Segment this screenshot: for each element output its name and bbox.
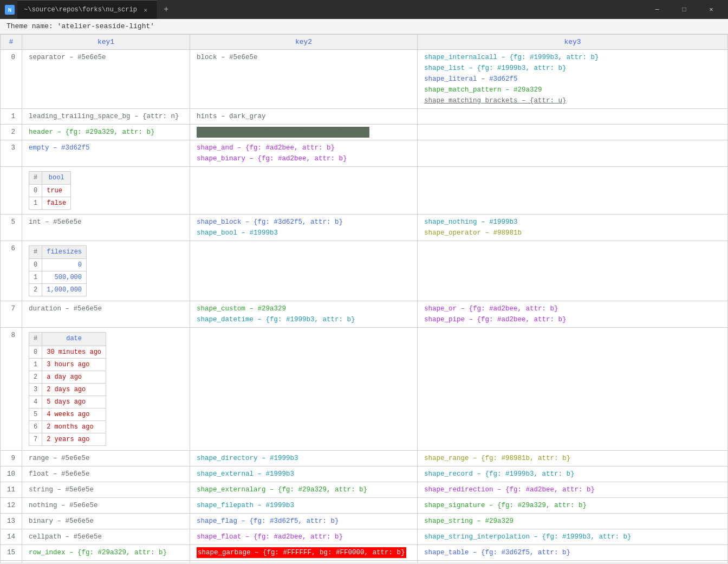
table-row: 3 empty – #3d62f5 shape_and – {fg: #ad2b… — [1, 140, 728, 167]
row-num: 3 — [1, 140, 22, 167]
row-15-col2: shape_garbage – {fg: #FFFFFF, bg: #FF000… — [190, 544, 418, 560]
row-11-col3: shape_redirection – {fg: #ad2bee, attr: … — [418, 482, 728, 497]
row-3-col1: empty – #3d62f5 — [22, 140, 190, 167]
svg-text:N: N — [8, 7, 12, 14]
row-0-col1: separator – #5e6e5e — [22, 50, 190, 109]
data-table: # key1 key2 key3 0 separator – #5e6e5e b… — [0, 34, 728, 563]
row-num: 7 — [1, 301, 22, 328]
row-13-col3: shape_string – #29a329 — [418, 513, 728, 529]
row-num: 11 — [1, 482, 22, 497]
new-tab-button[interactable]: + — [159, 2, 174, 17]
row-8-col2 — [190, 328, 418, 450]
row-12-col1: nothing – #5e6e5e — [22, 497, 190, 513]
row-num: 12 — [1, 497, 22, 513]
title-bar: N ~\source\repos\forks\nu_scrip ✕ + ─ □ … — [0, 0, 728, 19]
table-row: 14 cellpath – #5e6e5e shape_float – {fg:… — [1, 529, 728, 544]
inner-row: 1 false — [29, 197, 71, 210]
close-button[interactable]: ✕ — [699, 0, 724, 19]
inner-row: 6 2 months ago — [29, 420, 106, 433]
inner-row: 0 30 minutes ago — [29, 346, 106, 358]
row-7-col2: shape_custom – #29a329 shape_datetime – … — [190, 301, 418, 328]
col-header-key1: key1 — [22, 35, 190, 50]
row-num: 15 — [1, 544, 22, 560]
table-row: 7 duration – #5e6e5e shape_custom – #29a… — [1, 301, 728, 328]
tab-close-button[interactable]: ✕ — [141, 5, 150, 14]
row-1-col1: leading_trailing_space_bg – {attr: n} — [22, 109, 190, 125]
row-num: 8 — [1, 328, 22, 450]
row-7-col1: duration – #5e6e5e — [22, 301, 190, 328]
inner-row: 0 0 — [29, 259, 87, 271]
row-11-col2: shape_externalarg – {fg: #29a329, attr: … — [190, 482, 418, 497]
maximize-button[interactable]: □ — [672, 0, 697, 19]
row-2-col3 — [418, 125, 728, 140]
col-header-key2: key2 — [190, 35, 418, 50]
inner-row: 0 true — [29, 185, 71, 197]
bool-table: # bool 0 true 1 false — [29, 171, 71, 210]
row-num: 1 — [1, 109, 22, 125]
row-num: 2 — [1, 125, 22, 140]
row-11-col1: string – #5e6e5e — [22, 482, 190, 497]
row-3-inner-col2 — [190, 167, 418, 215]
row-12-col3: shape_signature – {fg: #29a329, attr: b} — [418, 497, 728, 513]
row-3-inner: # bool 0 true 1 false — [22, 167, 190, 215]
row-num: 9 — [1, 450, 22, 466]
row-10-col3: shape_record – {fg: #1999b3, attr: b} — [418, 466, 728, 482]
row-8-col3 — [418, 328, 728, 450]
inner-row: 1 3 hours ago — [29, 358, 106, 371]
inner-col-date: date — [42, 333, 106, 346]
row-14-col1: cellpath – #5e6e5e — [22, 529, 190, 544]
theme-name-line: Theme name: 'atelier-seaside-light' — [0, 19, 728, 34]
table-row: 13 binary – #5e6e5e shape_flag – {fg: #3… — [1, 513, 728, 529]
row-10-col2: shape_external – #1999b3 — [190, 466, 418, 482]
main-content: # key1 key2 key3 0 separator – #5e6e5e b… — [0, 34, 728, 563]
row-num: 0 — [1, 50, 22, 109]
row-1-col3 — [418, 109, 728, 125]
inner-row: 5 4 weeks ago — [29, 408, 106, 420]
table-row: 2 header – {fg: #29a329, attr: b} search… — [1, 125, 728, 140]
row-num — [1, 167, 22, 215]
inner-col-num: # — [29, 333, 42, 346]
table-row: 6 # filesizes 0 0 — [1, 241, 728, 301]
row-9-col3: shape_range – {fg: #98981b, attr: b} — [418, 450, 728, 466]
row-13-col1: binary – #5e6e5e — [22, 513, 190, 529]
table-row: 1 leading_trailing_space_bg – {attr: n} … — [1, 109, 728, 125]
app-icon: N — [4, 4, 15, 15]
table-row: 10 float – #5e6e5e shape_external – #199… — [1, 466, 728, 482]
table-row: 12 nothing – #5e6e5e shape_filepath – #1… — [1, 497, 728, 513]
inner-col-bool: bool — [42, 172, 71, 185]
inner-row: 2 a day ago — [29, 371, 106, 383]
row-7-col3: shape_or – {fg: #ad2bee, attr: b} shape_… — [418, 301, 728, 328]
row-14-col3: shape_string_interpolation – {fg: #1999b… — [418, 529, 728, 544]
row-6-col3 — [418, 241, 728, 301]
inner-row: 4 5 days ago — [29, 396, 106, 408]
table-row: 0 separator – #5e6e5e block – #5e6e5e sh… — [1, 50, 728, 109]
row-5-col2: shape_block – {fg: #3d62f5, attr: b} sha… — [190, 215, 418, 241]
row-12-col2: shape_filepath – #1999b3 — [190, 497, 418, 513]
row-3-col3 — [418, 140, 728, 167]
row-14-col2: shape_float – {fg: #ad2bee, attr: b} — [190, 529, 418, 544]
date-table: # date 0 30 minutes ago 1 3 hours — [29, 332, 106, 445]
row-13-col2: shape_flag – {fg: #3d62f5, attr: b} — [190, 513, 418, 529]
row-num: 14 — [1, 529, 22, 544]
row-num: 6 — [1, 241, 22, 301]
row-8-inner: # date 0 30 minutes ago 1 3 hours — [22, 328, 190, 450]
row-9-col2: shape_directory – #1999b3 — [190, 450, 418, 466]
row-2-col1: header – {fg: #29a329, attr: b} — [22, 125, 190, 140]
row-0-col3: shape_internalcall – {fg: #1999b3, attr:… — [418, 50, 728, 109]
row-num: 5 — [1, 215, 22, 241]
table-row: 15 row_index – {fg: #29a329, attr: b} sh… — [1, 544, 728, 560]
row-6-inner: # filesizes 0 0 1 500,000 — [22, 241, 190, 301]
minimize-button[interactable]: ─ — [645, 0, 670, 19]
row-10-col1: float – #5e6e5e — [22, 466, 190, 482]
row-5-col1: int – #5e6e5e — [22, 215, 190, 241]
row-9-col1: range – #5e6e5e — [22, 450, 190, 466]
active-tab[interactable]: ~\source\repos\forks\nu_scrip ✕ — [17, 0, 157, 19]
table-row: 11 string – #5e6e5e shape_externalarg – … — [1, 482, 728, 497]
filesizes-table: # filesizes 0 0 1 500,000 — [29, 245, 87, 296]
inner-row: 1 500,000 — [29, 271, 87, 284]
col-header-num: # — [1, 35, 22, 50]
row-5-col3: shape_nothing – #1999b3 shape_operator –… — [418, 215, 728, 241]
inner-row: 7 2 years ago — [29, 433, 106, 445]
row-1-col2: hints – dark_gray — [190, 109, 418, 125]
window-controls: ─ □ ✕ — [645, 0, 724, 19]
